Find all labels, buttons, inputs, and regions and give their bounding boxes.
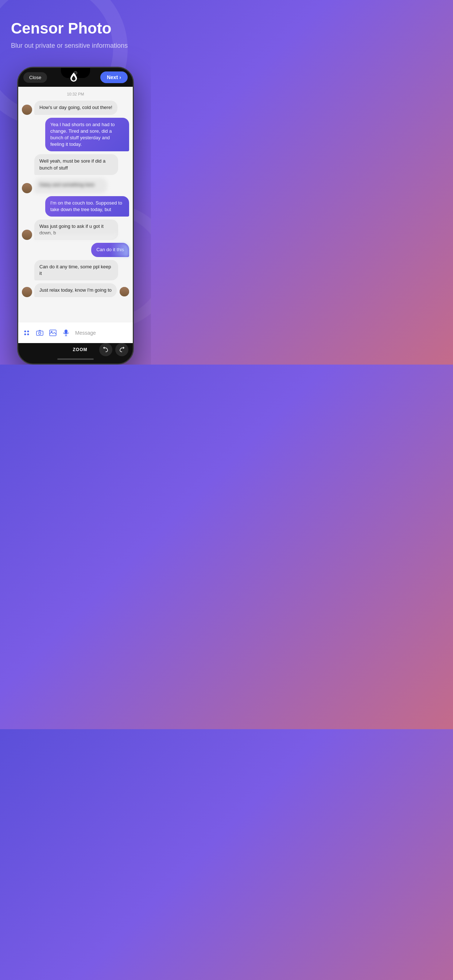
- microphone-icon[interactable]: [62, 329, 70, 337]
- message-bubble: I'm on the couch too. Supposed to take d…: [45, 196, 129, 216]
- home-bar: [57, 358, 94, 360]
- header-section: Censor Photo Blur out private or sensiti…: [0, 0, 151, 59]
- message-row: Well yeah, must be sore if did a bunch o…: [22, 154, 129, 175]
- message-row: Was just going to ask if u got it down, …: [22, 220, 129, 240]
- undo-redo-controls: [99, 343, 128, 356]
- home-indicator: [18, 356, 133, 363]
- avatar: [22, 230, 32, 240]
- message-timestamp: 10:32 PM: [22, 92, 129, 96]
- image-icon[interactable]: [49, 329, 57, 337]
- next-button[interactable]: Next ›: [100, 72, 128, 83]
- phone-top-bar: Close Next ›: [18, 68, 133, 87]
- avatar-face: [22, 230, 32, 240]
- avatar-face-small: [120, 287, 129, 296]
- message-input[interactable]: Message: [75, 330, 128, 336]
- message-row: Daisy and something here: [22, 178, 129, 193]
- volume-button-down: [17, 173, 18, 188]
- camera-icon[interactable]: [36, 329, 44, 337]
- message-row: Yea I had shorts on and had to change. T…: [22, 118, 129, 152]
- avatar: [22, 105, 32, 115]
- undo-button[interactable]: [99, 343, 112, 356]
- message-row: Can do it this: [22, 243, 129, 257]
- blur-gradient: [34, 230, 118, 240]
- message-bubble: Was just going to ask if u got it down, …: [34, 220, 118, 240]
- message-bubble-blurred: Daisy and something here: [34, 178, 107, 193]
- message-row: Just relax today, know I'm going to: [22, 283, 129, 297]
- close-button[interactable]: Close: [23, 72, 47, 83]
- svg-point-5: [39, 332, 41, 334]
- svg-rect-4: [37, 331, 43, 336]
- grid-icon: [22, 329, 30, 337]
- svg-point-2: [24, 333, 26, 335]
- message-row: I'm on the couch too. Supposed to take d…: [22, 196, 129, 216]
- phone-frame: Close Next › 10:32 PM: [17, 67, 134, 364]
- redo-button[interactable]: [115, 343, 128, 356]
- phone-bottom-bar: Message: [18, 322, 133, 343]
- message-bubble: How's ur day going, cold out there!: [34, 100, 118, 115]
- svg-point-0: [24, 330, 26, 332]
- message-bubble: Can do it any time, some ppl keep it: [34, 260, 118, 280]
- message-bubble: Yea I had shorts on and had to change. T…: [45, 118, 129, 152]
- small-avatar: [120, 287, 129, 296]
- avatar-face: [22, 287, 32, 297]
- message-bubble-container: Was just going to ask if u got it down, …: [34, 220, 118, 240]
- svg-point-3: [27, 333, 29, 335]
- message-bubble: Well yeah, must be sore if did a bunch o…: [34, 154, 118, 175]
- svg-rect-8: [65, 329, 67, 334]
- chat-screen: 10:32 PM How's ur day going, cold out th…: [18, 87, 133, 322]
- avatar: [22, 183, 32, 193]
- svg-point-1: [27, 330, 29, 332]
- zoom-label: ZOOM: [61, 347, 99, 352]
- chevron-right-icon: ›: [119, 75, 121, 80]
- zoom-bar: ZOOM: [18, 343, 133, 356]
- volume-button-up: [17, 205, 18, 227]
- message-bubble: Just relax today, know I'm going to: [34, 283, 117, 297]
- avatar-face: [22, 183, 32, 193]
- message-row: How's ur day going, cold out there!: [22, 100, 129, 115]
- page-title: Censor Photo: [11, 20, 140, 37]
- watermark-icon: [69, 72, 79, 83]
- phone-mockup: Close Next › 10:32 PM: [0, 67, 151, 364]
- avatar-face: [22, 105, 32, 115]
- message-bubble-container: Can do it this: [91, 243, 129, 257]
- avatar: [22, 287, 32, 297]
- message-row: Can do it any time, some ppl keep it: [22, 260, 129, 280]
- blur-gradient: [110, 243, 129, 257]
- page-subtitle: Blur out private or sensitive informatio…: [11, 41, 140, 50]
